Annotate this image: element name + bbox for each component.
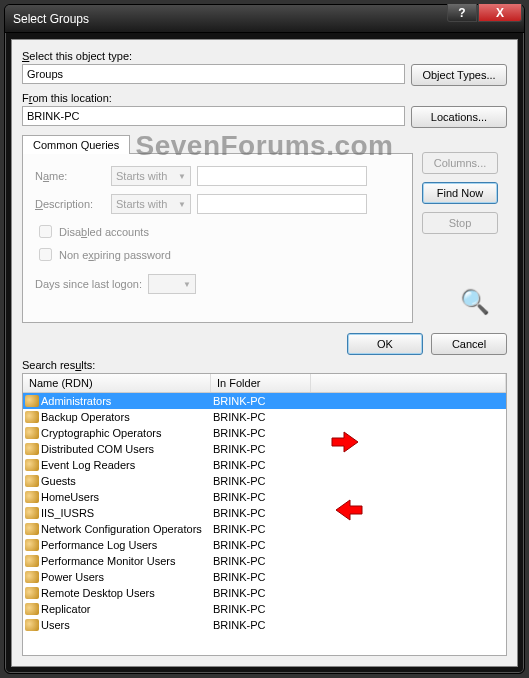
name-mode-combo: Starts with▼ (111, 166, 191, 186)
group-icon (25, 587, 39, 599)
disabled-accounts-check: Disabled accounts (35, 222, 400, 241)
cell-name: Performance Monitor Users (23, 553, 211, 569)
group-icon (25, 619, 39, 631)
results-label: Search results: (22, 359, 507, 371)
table-row[interactable]: IIS_IUSRSBRINK-PC (23, 505, 506, 521)
location-input[interactable] (22, 106, 405, 126)
chevron-down-icon: ▼ (178, 172, 186, 181)
group-icon (25, 475, 39, 487)
object-types-button[interactable]: Object Types... (411, 64, 507, 86)
stop-button: Stop (422, 212, 498, 234)
queries-tabset: Common Queries Name: Starts with▼ Descri… (22, 134, 507, 323)
table-row[interactable]: Power UsersBRINK-PC (23, 569, 506, 585)
group-icon (25, 603, 39, 615)
name-label: Name: (35, 170, 105, 182)
query-side-buttons: Columns... Find Now Stop (422, 152, 498, 234)
cell-name: Network Configuration Operators (23, 521, 211, 537)
desc-label: Description: (35, 198, 105, 210)
chevron-down-icon: ▼ (183, 280, 191, 289)
cell-folder: BRINK-PC (211, 393, 311, 409)
group-icon (25, 555, 39, 567)
window-controls: ? X (447, 4, 522, 22)
cell-folder: BRINK-PC (211, 521, 311, 537)
group-icon (25, 411, 39, 423)
location-row: Locations... (22, 106, 507, 128)
table-row[interactable]: Performance Log UsersBRINK-PC (23, 537, 506, 553)
table-row[interactable]: AdministratorsBRINK-PC (23, 393, 506, 409)
name-text (197, 166, 367, 186)
desc-mode-combo: Starts with▼ (111, 194, 191, 214)
search-icon: 🔍 (460, 288, 490, 316)
table-row[interactable]: Cryptographic OperatorsBRINK-PC (23, 425, 506, 441)
columns-button: Columns... (422, 152, 498, 174)
object-type-input[interactable] (22, 64, 405, 84)
chevron-down-icon: ▼ (178, 200, 186, 209)
disabled-accounts-checkbox (39, 225, 52, 238)
group-icon (25, 507, 39, 519)
col-name[interactable]: Name (RDN) (23, 374, 211, 392)
table-row[interactable]: UsersBRINK-PC (23, 617, 506, 633)
group-icon (25, 491, 39, 503)
table-row[interactable]: Remote Desktop UsersBRINK-PC (23, 585, 506, 601)
table-row[interactable]: Distributed COM UsersBRINK-PC (23, 441, 506, 457)
cell-name: Event Log Readers (23, 457, 211, 473)
locations-button[interactable]: Locations... (411, 106, 507, 128)
table-row[interactable]: Backup OperatorsBRINK-PC (23, 409, 506, 425)
window-title: Select Groups (13, 12, 89, 26)
cell-folder: BRINK-PC (211, 569, 311, 585)
cell-name: Backup Operators (23, 409, 211, 425)
cell-name: Guests (23, 473, 211, 489)
query-name-row: Name: Starts with▼ (35, 166, 400, 186)
group-icon (25, 571, 39, 583)
days-combo: ▼ (148, 274, 196, 294)
cell-folder: BRINK-PC (211, 553, 311, 569)
non-expiring-check: Non expiring password (35, 245, 400, 264)
queries-panel: Name: Starts with▼ Description: Starts w… (22, 153, 413, 323)
group-icon (25, 523, 39, 535)
group-icon (25, 539, 39, 551)
close-button[interactable]: X (478, 4, 522, 22)
results-body[interactable]: AdministratorsBRINK-PCBackup OperatorsBR… (23, 393, 506, 655)
cell-folder: BRINK-PC (211, 473, 311, 489)
select-groups-dialog: Select Groups ? X Select this object typ… (4, 4, 525, 674)
find-now-button[interactable]: Find Now (422, 182, 498, 204)
table-row[interactable]: Performance Monitor UsersBRINK-PC (23, 553, 506, 569)
cell-name: Distributed COM Users (23, 441, 211, 457)
non-expiring-checkbox (39, 248, 52, 261)
object-type-label: Select this object type: (22, 50, 507, 62)
table-row[interactable]: ReplicatorBRINK-PC (23, 601, 506, 617)
help-button[interactable]: ? (447, 4, 477, 22)
col-folder[interactable]: In Folder (211, 374, 311, 392)
cell-name: HomeUsers (23, 489, 211, 505)
cell-name: Administrators (23, 393, 211, 409)
table-row[interactable]: HomeUsersBRINK-PC (23, 489, 506, 505)
table-row[interactable]: GuestsBRINK-PC (23, 473, 506, 489)
col-blank[interactable] (311, 374, 506, 392)
group-icon (25, 427, 39, 439)
cell-folder: BRINK-PC (211, 425, 311, 441)
table-row[interactable]: Network Configuration OperatorsBRINK-PC (23, 521, 506, 537)
cell-name: Power Users (23, 569, 211, 585)
location-label: From this location: (22, 92, 507, 104)
cell-name: Performance Log Users (23, 537, 211, 553)
titlebar[interactable]: Select Groups ? X (5, 5, 524, 33)
ok-button[interactable]: OK (347, 333, 423, 355)
client-area: Select this object type: /*fix*/ Select … (11, 39, 518, 667)
group-icon (25, 459, 39, 471)
cell-folder: BRINK-PC (211, 505, 311, 521)
cell-name: Replicator (23, 601, 211, 617)
dialog-actions: OK Cancel (22, 333, 507, 355)
cancel-button[interactable]: Cancel (431, 333, 507, 355)
cell-folder: BRINK-PC (211, 409, 311, 425)
results-grid[interactable]: Name (RDN) In Folder AdministratorsBRINK… (22, 373, 507, 656)
desc-text (197, 194, 367, 214)
cell-folder: BRINK-PC (211, 601, 311, 617)
results-header[interactable]: Name (RDN) In Folder (23, 374, 506, 393)
cell-folder: BRINK-PC (211, 441, 311, 457)
days-label: Days since last logon: (35, 278, 142, 290)
table-row[interactable]: Event Log ReadersBRINK-PC (23, 457, 506, 473)
tab-common-queries[interactable]: Common Queries (22, 135, 130, 154)
group-icon (25, 443, 39, 455)
cell-folder: BRINK-PC (211, 537, 311, 553)
cell-folder: BRINK-PC (211, 585, 311, 601)
